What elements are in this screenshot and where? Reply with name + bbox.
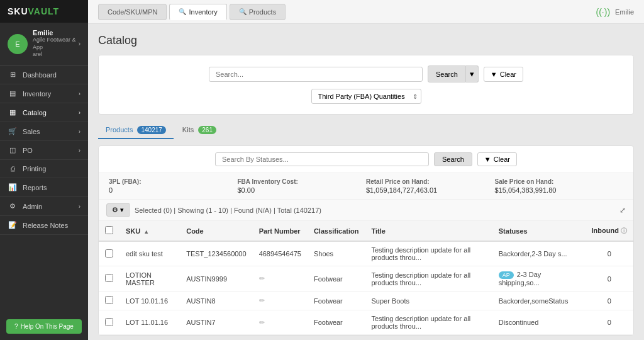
table-toolbar: ⚙ ▾ Selected (0) | Showing (1 - 10) | Fo… bbox=[99, 200, 633, 221]
summary-3pl: 3PL (FBA): 0 bbox=[109, 178, 238, 194]
statuses-cell: AP 2-3 Day shipping,so... bbox=[492, 266, 586, 292]
catalog-tabs: Products 140217 Kits 261 bbox=[98, 122, 634, 139]
sidebar-item-po[interactable]: ◫ PO › bbox=[0, 141, 88, 160]
sidebar-item-label: Sales bbox=[23, 128, 40, 135]
sidebar-item-admin[interactable]: ⚙ Admin › bbox=[0, 197, 88, 216]
search-input[interactable] bbox=[209, 67, 423, 82]
inbound-cell: 0 bbox=[586, 292, 633, 310]
part-number-cell: ✏ bbox=[253, 266, 308, 292]
summary-fba-cost: FBA Inventory Cost: $0.00 bbox=[238, 178, 367, 194]
part-number-column-header[interactable]: Part Number bbox=[253, 221, 308, 241]
sidebar-item-catalog[interactable]: ▦ Catalog › bbox=[0, 103, 88, 122]
sidebar-item-label: Printing bbox=[23, 165, 46, 173]
edit-icon[interactable]: ✏ bbox=[259, 297, 265, 304]
filter-icon: ▼ bbox=[484, 156, 491, 163]
row-checkbox[interactable] bbox=[105, 296, 113, 304]
code-column-header[interactable]: Code bbox=[180, 221, 252, 241]
statuses-column-header[interactable]: Statuses bbox=[492, 221, 586, 241]
edit-icon[interactable]: ✏ bbox=[259, 275, 265, 282]
profile-info: Emilie Agile Footwear & App arel bbox=[33, 29, 79, 59]
classification-cell: Footwear bbox=[308, 292, 365, 310]
title-cell: Testing description update for all produ… bbox=[365, 266, 492, 292]
topbar-username[interactable]: Emilie bbox=[615, 8, 634, 16]
fba-select-wrapper: Third Party (FBA) Quantities bbox=[311, 89, 421, 104]
chevron-right-icon: › bbox=[79, 91, 80, 97]
row-checkbox[interactable] bbox=[105, 249, 113, 258]
row-checkbox[interactable] bbox=[105, 318, 113, 326]
row-checkbox[interactable] bbox=[105, 274, 113, 282]
sidebar-item-reports[interactable]: 📊 Reports bbox=[0, 178, 88, 197]
title-cell: Super Boots bbox=[365, 292, 492, 310]
table-header-row: SKU ▲ Code Part Number Classification bbox=[99, 221, 633, 241]
printing-icon: ⎙ bbox=[8, 165, 18, 173]
table-row: edit sku test TEST_1234560000 4689454647… bbox=[99, 241, 633, 266]
topbar: Code/SKU/MPN 🔍 Inventory 🔍 Products ((·)… bbox=[88, 0, 644, 24]
search-button[interactable]: Search bbox=[428, 65, 466, 82]
sort-asc-icon: ▲ bbox=[143, 229, 149, 235]
fba-quantities-select[interactable]: Third Party (FBA) Quantities bbox=[311, 89, 421, 104]
sku-cell: LOT 11.01.16 bbox=[119, 310, 180, 335]
tab-products[interactable]: Products 140217 bbox=[98, 122, 174, 139]
catalog-icon: ▦ bbox=[8, 108, 18, 116]
chevron-right-icon: › bbox=[79, 203, 80, 210]
code-cell: AUSTIN9999 bbox=[180, 266, 252, 292]
sidebar-item-dashboard[interactable]: ⊞ Dashboard bbox=[0, 65, 88, 84]
sidebar-item-label: Catalog bbox=[23, 109, 47, 116]
dashboard-icon: ⊞ bbox=[8, 71, 18, 79]
classification-cell: Shoes bbox=[308, 241, 365, 266]
tab-inventory[interactable]: 🔍 Inventory bbox=[169, 4, 226, 20]
sidebar-item-label: Reports bbox=[23, 184, 47, 191]
title-column-header[interactable]: Title bbox=[365, 221, 492, 241]
row-checkbox-cell bbox=[99, 292, 119, 310]
inbound-cell: 0 bbox=[586, 241, 633, 266]
chevron-right-icon: › bbox=[79, 128, 80, 135]
inventory-icon: ▤ bbox=[8, 89, 18, 98]
search-small-icon: 🔍 bbox=[179, 8, 186, 15]
topbar-tabs: Code/SKU/MPN 🔍 Inventory 🔍 Products bbox=[98, 4, 286, 20]
inbound-column-header: Inbound ⓘ bbox=[586, 221, 633, 241]
user-profile[interactable]: E Emilie Agile Footwear & App arel › bbox=[0, 23, 88, 65]
clear-button[interactable]: ▼ Clear bbox=[484, 67, 523, 82]
summary-row: 3PL (FBA): 0 FBA Inventory Cost: $0.00 R… bbox=[99, 173, 633, 200]
profile-company: Agile Footwear & App arel bbox=[33, 37, 79, 59]
inbound-cell: 0 bbox=[586, 310, 633, 335]
help-section: ? Help On This Page bbox=[0, 313, 88, 340]
sidebar-item-label: Inventory bbox=[23, 90, 51, 98]
part-number-cell: ✏ bbox=[253, 292, 308, 310]
sku-cell: LOT 10.01.16 bbox=[119, 292, 180, 310]
logo-text: SKUVAULT bbox=[8, 6, 59, 16]
sidebar-item-inventory[interactable]: ▤ Inventory › bbox=[0, 84, 88, 103]
sidebar: SKUVAULT E Emilie Agile Footwear & App a… bbox=[0, 0, 88, 340]
help-button[interactable]: ? Help On This Page bbox=[6, 319, 82, 334]
select-all-checkbox[interactable] bbox=[105, 226, 113, 234]
sku-column-header[interactable]: SKU ▲ bbox=[119, 221, 180, 241]
classification-column-header[interactable]: Classification bbox=[308, 221, 365, 241]
status-search-input[interactable] bbox=[215, 152, 429, 166]
search-dropdown-arrow[interactable]: ▾ bbox=[466, 65, 479, 82]
status-search-button[interactable]: Search bbox=[434, 152, 472, 166]
row-checkbox-cell bbox=[99, 241, 119, 266]
chevron-right-icon: › bbox=[79, 147, 80, 154]
sidebar-item-sales[interactable]: 🛒 Sales › bbox=[0, 122, 88, 141]
code-cell: AUSTIN7 bbox=[180, 310, 252, 335]
profile-name: Emilie bbox=[33, 29, 79, 37]
settings-button[interactable]: ⚙ ▾ bbox=[106, 203, 130, 217]
tab-code-sku-mpn[interactable]: Code/SKU/MPN bbox=[98, 4, 167, 20]
edit-icon[interactable]: ✏ bbox=[259, 319, 265, 326]
tab-products[interactable]: 🔍 Products bbox=[230, 4, 286, 20]
sidebar-navigation: ⊞ Dashboard ▤ Inventory › ▦ Catalog › 🛒 … bbox=[0, 65, 88, 313]
sidebar-item-printing[interactable]: ⎙ Printing bbox=[0, 160, 88, 178]
table-area: Search ▼ Clear 3PL (FBA): 0 FBA Inventor… bbox=[98, 145, 634, 336]
search-row: Search ▾ ▼ Clear bbox=[109, 65, 623, 82]
tab-kits[interactable]: Kits 261 bbox=[175, 122, 224, 139]
topbar-right: ((·)) Emilie bbox=[596, 7, 635, 17]
products-count-badge: 140217 bbox=[137, 126, 165, 134]
settings-arrow: ▾ bbox=[120, 206, 124, 214]
content-area: Catalog Search ▾ ▼ Clear Third Party (FB… bbox=[88, 24, 644, 340]
expand-icon[interactable]: ⤢ bbox=[619, 206, 626, 215]
sidebar-item-release-notes[interactable]: 📝 Release Notes bbox=[0, 216, 88, 235]
status-clear-button[interactable]: ▼ Clear bbox=[477, 152, 517, 166]
po-icon: ◫ bbox=[8, 146, 18, 154]
products-table: SKU ▲ Code Part Number Classification bbox=[99, 221, 633, 335]
info-icon[interactable]: ⓘ bbox=[621, 227, 627, 234]
